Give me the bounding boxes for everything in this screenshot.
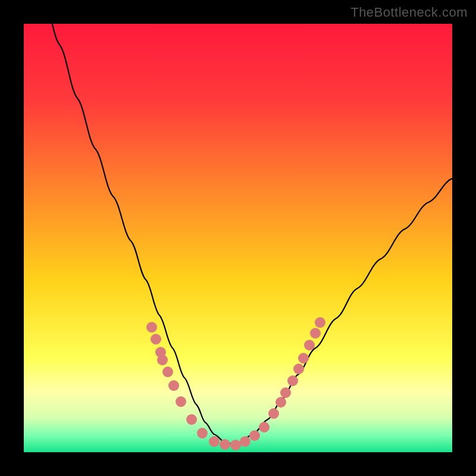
chart-overlay	[24, 24, 452, 452]
data-marker	[230, 440, 241, 450]
data-marker	[197, 428, 208, 439]
data-marker	[157, 355, 168, 365]
data-marker	[168, 380, 179, 391]
data-marker	[259, 422, 270, 433]
data-marker	[240, 436, 250, 447]
left-curve	[42, 24, 226, 443]
data-marker	[293, 364, 304, 374]
data-marker	[249, 430, 260, 441]
data-marker	[220, 439, 230, 450]
data-marker	[146, 322, 157, 333]
data-marker	[176, 396, 186, 407]
data-marker	[275, 397, 286, 408]
plot-area	[24, 24, 452, 452]
data-marker	[151, 334, 161, 345]
data-marker	[315, 317, 325, 328]
chart-frame: TheBottleneck.com	[0, 0, 476, 476]
markers-group	[146, 317, 325, 450]
data-marker	[304, 340, 315, 350]
data-marker	[298, 353, 309, 364]
watermark-text: TheBottleneck.com	[350, 5, 468, 20]
data-marker	[162, 367, 173, 377]
data-marker	[186, 414, 197, 425]
data-marker	[287, 375, 298, 386]
data-marker	[209, 436, 220, 447]
data-marker	[280, 387, 291, 398]
data-marker	[310, 328, 321, 339]
right-curve	[238, 178, 452, 443]
data-marker	[268, 408, 279, 419]
